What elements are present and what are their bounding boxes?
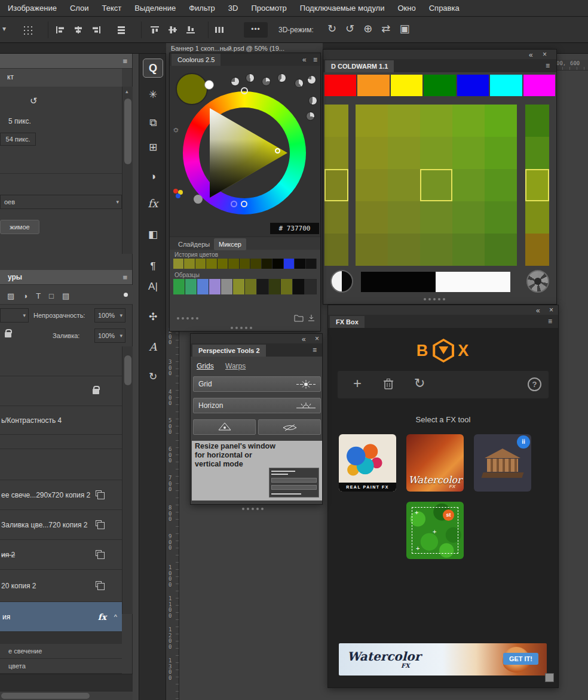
coldwarm-swatch[interactable] — [485, 169, 517, 201]
coolorus-tab[interactable]: Coolorus 2.5 — [172, 54, 220, 66]
swatch[interactable] — [293, 279, 305, 294]
coldwarm-swatch[interactable] — [525, 234, 549, 266]
coldwarm-swatch[interactable] — [420, 234, 452, 266]
hue-marker[interactable] — [241, 87, 248, 94]
bright-swatch[interactable] — [324, 75, 356, 96]
aperture-icon[interactable] — [526, 270, 549, 293]
coldwarm-swatch[interactable] — [324, 201, 348, 234]
swatch[interactable] — [209, 279, 221, 294]
align-left-icon[interactable] — [55, 25, 66, 37]
pie-chart-icon[interactable] — [231, 77, 240, 86]
history-panel-icon[interactable]: ↻ — [139, 370, 167, 383]
help-icon[interactable]: ? — [528, 377, 541, 391]
sv-marker[interactable] — [275, 148, 280, 153]
layer-effect-row[interactable]: цвета — [0, 659, 122, 674]
blend-dropdown[interactable]: оев ▾ — [0, 195, 122, 209]
real-paint-fx-thumbnail[interactable]: REAL PAINT FX — [339, 434, 396, 492]
tab-grids[interactable]: Grids — [197, 362, 214, 370]
menu-item-7[interactable]: Просмотр — [244, 0, 293, 16]
coldwarm-swatch[interactable] — [452, 234, 485, 266]
pie-chart-icon[interactable] — [262, 77, 271, 86]
history-swatch[interactable] — [173, 259, 184, 269]
bright-swatch[interactable] — [391, 75, 422, 96]
reference-point-icon[interactable] — [23, 25, 33, 35]
close-icon[interactable]: × — [543, 51, 547, 58]
scrollbar[interactable] — [122, 346, 133, 614]
layer-row[interactable]: ь/Контрастность 4 — [0, 406, 122, 435]
coldwarm-swatch[interactable] — [356, 137, 388, 169]
pan-3d-icon[interactable]: ⊕ — [363, 22, 372, 35]
glyphs-panel-icon[interactable]: A — [139, 340, 167, 353]
layer-filter-icon-5[interactable]: ▤ — [62, 291, 69, 300]
filter-toggle-icon[interactable] — [124, 293, 128, 297]
layer-row[interactable] — [0, 346, 122, 376]
rgb-mode-icon[interactable] — [173, 189, 184, 198]
pie-chart-icon[interactable] — [308, 96, 317, 105]
content-button[interactable]: жимое — [0, 220, 39, 234]
slide-3d-icon[interactable]: ⇄ — [381, 22, 390, 35]
horizon-button[interactable]: Horizon — [193, 398, 321, 413]
align-center-h-icon[interactable] — [73, 25, 84, 37]
menu-item-9[interactable]: Окно — [391, 0, 422, 16]
layer-filter-icon-3[interactable]: T — [36, 291, 41, 300]
history-swatch[interactable] — [206, 259, 217, 269]
more-options-button[interactable]: ••• — [244, 22, 268, 38]
architecture-fx-thumbnail[interactable]: ii — [474, 434, 531, 492]
swatch[interactable] — [221, 279, 233, 294]
swatch[interactable] — [185, 279, 197, 294]
collapse-panel-icon[interactable]: « — [536, 307, 540, 314]
swatch[interactable] — [305, 279, 317, 294]
character-panel-icon[interactable]: A| — [139, 281, 167, 293]
history-swatch[interactable] — [306, 259, 317, 269]
tab-warps[interactable]: Warps — [225, 362, 246, 370]
coldwarm-swatch[interactable] — [525, 105, 549, 137]
layer-effect-row[interactable]: е свечение — [0, 644, 122, 659]
history-swatch[interactable] — [228, 259, 239, 269]
history-swatch[interactable] — [250, 259, 261, 269]
current-color-swatch[interactable] — [176, 73, 208, 105]
menu-item-6[interactable]: 3D — [222, 0, 245, 16]
coldwarm-swatch[interactable] — [420, 137, 452, 169]
panel-menu-icon[interactable]: ≡ — [546, 62, 550, 69]
layer-name[interactable]: ия 2 — [1, 551, 15, 559]
horizontal-scrollbar[interactable] — [0, 692, 133, 700]
bottom-marker-right[interactable] — [241, 201, 247, 207]
st-patrick-fx-thumbnail[interactable]: + + + st — [406, 502, 464, 559]
pie-chart-icon[interactable] — [306, 112, 315, 121]
history-swatch[interactable] — [262, 259, 272, 269]
layer-filter-icon-1[interactable]: ▨ — [7, 291, 14, 300]
copy-style-icon[interactable] — [96, 550, 102, 556]
close-icon[interactable]: × — [315, 335, 319, 342]
collapse-panel-icon[interactable]: « — [302, 56, 307, 63]
menu-item-4[interactable]: Выделение — [128, 0, 182, 16]
roll-3d-icon[interactable]: ↺ — [345, 22, 354, 35]
tab-mixer[interactable]: Миксер — [214, 238, 246, 250]
swatch[interactable] — [173, 279, 185, 294]
coldwarm-swatch[interactable] — [420, 105, 452, 137]
coldwarm-swatch[interactable] — [388, 137, 420, 169]
swatch[interactable] — [233, 279, 245, 294]
brightness-sun-icon[interactable]: ☼ — [172, 124, 180, 134]
bright-swatch[interactable] — [490, 75, 522, 96]
scrollbar-thumb[interactable] — [1, 693, 90, 699]
layer-row[interactable] — [0, 376, 122, 406]
coldwarm-swatch[interactable] — [420, 169, 452, 201]
distribute-v-icon[interactable] — [116, 25, 127, 37]
layer-name[interactable]: 20 копия 2 — [1, 582, 36, 590]
add-icon[interactable]: + — [353, 375, 362, 392]
layer-row[interactable]: ее свече...290x720 копия 2 — [0, 480, 122, 510]
layer-row[interactable]: 20 копия 2 — [0, 570, 122, 602]
folder-icon[interactable] — [294, 314, 304, 324]
fxbox-tab[interactable]: FX Box — [330, 316, 365, 328]
secondary-color-swatch[interactable] — [204, 80, 214, 90]
collapse-effects-icon[interactable]: ^ — [114, 613, 117, 621]
coldwarm-swatch[interactable] — [452, 201, 485, 234]
scroll-up-icon[interactable]: ▴ — [125, 88, 128, 94]
menu-item-8[interactable]: Подключаемые модули — [293, 0, 391, 16]
coldwarm-swatch[interactable] — [420, 201, 452, 234]
panel-drag-handle[interactable] — [231, 327, 252, 329]
history-swatch[interactable] — [272, 259, 283, 269]
tab-sliders[interactable]: Слайдеры — [173, 238, 215, 250]
grid-panel-icon[interactable]: ⊞ — [139, 141, 167, 153]
bright-swatch[interactable] — [457, 75, 489, 96]
